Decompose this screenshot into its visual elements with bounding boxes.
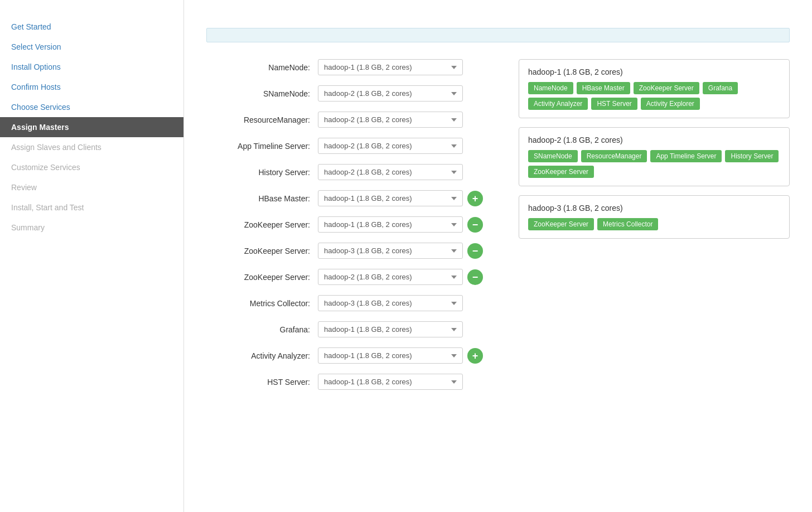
tag-metrics-collector: Metrics Collector (597, 218, 658, 230)
tag-snamenode: SNameNode (528, 150, 578, 162)
remove-button-zookeeper-server-1[interactable]: − (467, 217, 483, 233)
form-row-app-timeline-server: App Timeline Server:hadoop-1 (1.8 GB, 2 … (206, 138, 496, 154)
sidebar-item-install-start-test: Install, Start and Test (0, 197, 183, 218)
tag-activity-analyzer: Activity Analyzer (528, 98, 588, 110)
host-tags-hadoop-1: NameNodeHBase MasterZooKeeper ServerGraf… (528, 82, 780, 110)
tag-zookeeper-server: ZooKeeper Server (528, 218, 594, 230)
tag-zookeeper-server: ZooKeeper Server (528, 166, 594, 178)
host-card-hadoop-3: hadoop-3 (1.8 GB, 2 cores)ZooKeeper Serv… (519, 195, 790, 239)
tag-activity-explorer: Activity Explorer (641, 98, 700, 110)
form-row-activity-analyzer: Activity Analyzer:hadoop-1 (1.8 GB, 2 co… (206, 347, 496, 364)
tag-history-server: History Server (725, 150, 779, 162)
form-row-snamenode: SNameNode:hadoop-1 (1.8 GB, 2 cores)hado… (206, 85, 496, 102)
form-control-wrap-zookeeper-server-1: hadoop-1 (1.8 GB, 2 cores)hadoop-2 (1.8 … (318, 216, 483, 233)
assign-layout: NameNode:hadoop-1 (1.8 GB, 2 cores)hadoo… (206, 59, 790, 400)
form-control-wrap-metrics-collector: hadoop-1 (1.8 GB, 2 cores)hadoop-2 (1.8 … (318, 295, 463, 311)
sidebar-item-review: Review (0, 177, 183, 197)
sidebar-item-confirm-hosts[interactable]: Confirm Hosts (0, 77, 183, 97)
form-control-wrap-activity-analyzer: hadoop-1 (1.8 GB, 2 cores)hadoop-2 (1.8 … (318, 347, 483, 364)
tag-resourcemanager: ResourceManager (581, 150, 647, 162)
tag-grafana: Grafana (703, 82, 738, 94)
form-control-wrap-resourcemanager: hadoop-1 (1.8 GB, 2 cores)hadoop-2 (1.8 … (318, 112, 463, 128)
remove-button-zookeeper-server-3[interactable]: − (467, 269, 483, 285)
form-label-metrics-collector: Metrics Collector: (206, 299, 318, 308)
form-row-namenode: NameNode:hadoop-1 (1.8 GB, 2 cores)hadoo… (206, 59, 496, 75)
form-label-activity-analyzer: Activity Analyzer: (206, 351, 318, 360)
add-button-activity-analyzer[interactable]: + (467, 348, 483, 364)
tag-app-timeline-server: App Timeline Server (650, 150, 722, 162)
sidebar-item-install-options[interactable]: Install Options (0, 57, 183, 77)
form-row-zookeeper-server-2: ZooKeeper Server:hadoop-1 (1.8 GB, 2 cor… (206, 243, 496, 259)
assign-summary: hadoop-1 (1.8 GB, 2 cores)NameNodeHBase … (519, 59, 790, 248)
tag-namenode: NameNode (528, 82, 573, 94)
form-control-wrap-zookeeper-server-2: hadoop-1 (1.8 GB, 2 cores)hadoop-2 (1.8 … (318, 243, 483, 259)
form-control-wrap-app-timeline-server: hadoop-1 (1.8 GB, 2 cores)hadoop-2 (1.8 … (318, 138, 463, 154)
select-resourcemanager[interactable]: hadoop-1 (1.8 GB, 2 cores)hadoop-2 (1.8 … (318, 112, 463, 128)
form-row-hst-server: HST Server:hadoop-1 (1.8 GB, 2 cores)had… (206, 374, 496, 390)
form-row-zookeeper-server-3: ZooKeeper Server:hadoop-1 (1.8 GB, 2 cor… (206, 269, 496, 285)
sidebar-item-select-version[interactable]: Select Version (0, 37, 183, 57)
info-banner (206, 28, 790, 42)
add-button-hbase-master[interactable]: + (467, 191, 483, 206)
select-app-timeline-server[interactable]: hadoop-1 (1.8 GB, 2 cores)hadoop-2 (1.8 … (318, 138, 463, 154)
form-label-history-server: History Server: (206, 168, 318, 177)
select-namenode[interactable]: hadoop-1 (1.8 GB, 2 cores)hadoop-2 (1.8 … (318, 59, 463, 75)
sidebar-title (0, 6, 183, 17)
select-activity-analyzer[interactable]: hadoop-1 (1.8 GB, 2 cores)hadoop-2 (1.8 … (318, 347, 463, 364)
form-label-zookeeper-server-2: ZooKeeper Server: (206, 247, 318, 255)
select-zookeeper-server-2[interactable]: hadoop-1 (1.8 GB, 2 cores)hadoop-2 (1.8 … (318, 243, 463, 259)
select-hst-server[interactable]: hadoop-1 (1.8 GB, 2 cores)hadoop-2 (1.8 … (318, 374, 463, 390)
form-row-resourcemanager: ResourceManager:hadoop-1 (1.8 GB, 2 core… (206, 112, 496, 128)
host-card-title-hadoop-3: hadoop-3 (1.8 GB, 2 cores) (528, 204, 780, 212)
tag-hbase-master: HBase Master (577, 82, 630, 94)
form-control-wrap-hbase-master: hadoop-1 (1.8 GB, 2 cores)hadoop-2 (1.8 … (318, 190, 483, 206)
select-zookeeper-server-3[interactable]: hadoop-1 (1.8 GB, 2 cores)hadoop-2 (1.8 … (318, 269, 463, 285)
sidebar-item-get-started[interactable]: Get Started (0, 17, 183, 37)
form-label-snamenode: SNameNode: (206, 89, 318, 98)
host-tags-hadoop-2: SNameNodeResourceManagerApp Timeline Ser… (528, 150, 780, 178)
form-label-namenode: NameNode: (206, 63, 318, 72)
sidebar-item-assign-slaves: Assign Slaves and Clients (0, 137, 183, 157)
form-label-app-timeline-server: App Timeline Server: (206, 142, 318, 151)
form-label-zookeeper-server-1: ZooKeeper Server: (206, 220, 318, 229)
remove-button-zookeeper-server-2[interactable]: − (467, 243, 483, 259)
host-tags-hadoop-3: ZooKeeper ServerMetrics Collector (528, 218, 780, 230)
host-card-hadoop-2: hadoop-2 (1.8 GB, 2 cores)SNameNodeResou… (519, 127, 790, 186)
form-row-metrics-collector: Metrics Collector:hadoop-1 (1.8 GB, 2 co… (206, 295, 496, 311)
select-grafana[interactable]: hadoop-1 (1.8 GB, 2 cores)hadoop-2 (1.8 … (318, 321, 463, 337)
form-label-grafana: Grafana: (206, 325, 318, 334)
form-control-wrap-hst-server: hadoop-1 (1.8 GB, 2 cores)hadoop-2 (1.8 … (318, 374, 463, 390)
select-hbase-master[interactable]: hadoop-1 (1.8 GB, 2 cores)hadoop-2 (1.8 … (318, 190, 463, 206)
form-row-zookeeper-server-1: ZooKeeper Server:hadoop-1 (1.8 GB, 2 cor… (206, 216, 496, 233)
sidebar-item-customize-services: Customize Services (0, 157, 183, 177)
host-card-title-hadoop-2: hadoop-2 (1.8 GB, 2 cores) (528, 136, 780, 144)
form-label-hst-server: HST Server: (206, 378, 318, 387)
form-control-wrap-snamenode: hadoop-1 (1.8 GB, 2 cores)hadoop-2 (1.8 … (318, 85, 463, 102)
form-row-history-server: History Server:hadoop-1 (1.8 GB, 2 cores… (206, 164, 496, 180)
select-snamenode[interactable]: hadoop-1 (1.8 GB, 2 cores)hadoop-2 (1.8 … (318, 85, 463, 102)
select-history-server[interactable]: hadoop-1 (1.8 GB, 2 cores)hadoop-2 (1.8 … (318, 164, 463, 180)
sidebar-item-summary: Summary (0, 218, 183, 238)
assign-form: NameNode:hadoop-1 (1.8 GB, 2 cores)hadoo… (206, 59, 496, 400)
form-control-wrap-zookeeper-server-3: hadoop-1 (1.8 GB, 2 cores)hadoop-2 (1.8 … (318, 269, 483, 285)
form-label-zookeeper-server-3: ZooKeeper Server: (206, 273, 318, 282)
sidebar: Get StartedSelect VersionInstall Options… (0, 0, 184, 512)
sidebar-item-choose-services[interactable]: Choose Services (0, 97, 183, 117)
form-row-hbase-master: HBase Master:hadoop-1 (1.8 GB, 2 cores)h… (206, 190, 496, 206)
form-label-hbase-master: HBase Master: (206, 194, 318, 203)
select-zookeeper-server-1[interactable]: hadoop-1 (1.8 GB, 2 cores)hadoop-2 (1.8 … (318, 216, 463, 233)
tag-zookeeper-server: ZooKeeper Server (634, 82, 699, 94)
tag-hst-server: HST Server (591, 98, 637, 110)
form-label-resourcemanager: ResourceManager: (206, 115, 318, 124)
form-control-wrap-namenode: hadoop-1 (1.8 GB, 2 cores)hadoop-2 (1.8 … (318, 59, 463, 75)
host-card-title-hadoop-1: hadoop-1 (1.8 GB, 2 cores) (528, 67, 780, 76)
host-card-hadoop-1: hadoop-1 (1.8 GB, 2 cores)NameNodeHBase … (519, 59, 790, 118)
select-metrics-collector[interactable]: hadoop-1 (1.8 GB, 2 cores)hadoop-2 (1.8 … (318, 295, 463, 311)
main-content: NameNode:hadoop-1 (1.8 GB, 2 cores)hadoo… (184, 0, 812, 512)
form-row-grafana: Grafana:hadoop-1 (1.8 GB, 2 cores)hadoop… (206, 321, 496, 337)
form-control-wrap-history-server: hadoop-1 (1.8 GB, 2 cores)hadoop-2 (1.8 … (318, 164, 463, 180)
form-control-wrap-grafana: hadoop-1 (1.8 GB, 2 cores)hadoop-2 (1.8 … (318, 321, 463, 337)
sidebar-item-assign-masters[interactable]: Assign Masters (0, 117, 183, 137)
